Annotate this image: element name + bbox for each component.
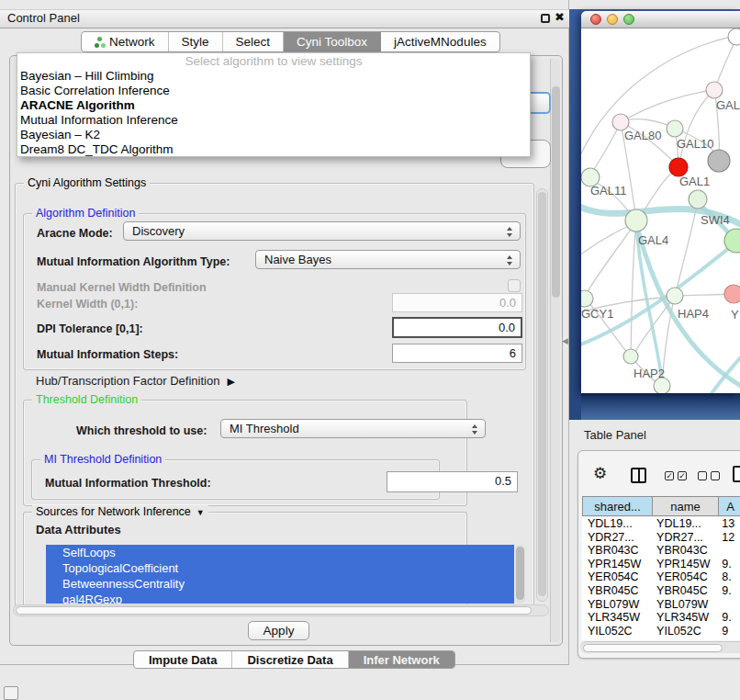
algorithm-option[interactable]: Dream8 DC_TDC Algorithm bbox=[17, 142, 530, 157]
table-cell: YIL052C bbox=[582, 625, 651, 638]
node-hap4[interactable] bbox=[667, 288, 683, 304]
tab-select[interactable]: Select bbox=[223, 32, 285, 51]
node-label-gal: GAL bbox=[716, 98, 740, 112]
kernel-width-input[interactable]: 0.0 bbox=[392, 293, 522, 312]
unchecked-checkbox-icon[interactable] bbox=[698, 471, 707, 480]
close-traffic-light-icon[interactable] bbox=[590, 14, 601, 25]
tab-discretize-data[interactable]: Discretize Data bbox=[232, 651, 348, 668]
node-swi4[interactable] bbox=[689, 190, 707, 209]
table-row[interactable]: YIL052CYIL052C9 bbox=[582, 625, 740, 638]
horizontal-scrollbar[interactable] bbox=[13, 604, 549, 616]
node-pink-top[interactable] bbox=[706, 82, 723, 98]
table-cell: YLR345W bbox=[582, 611, 651, 625]
attribute-item[interactable]: gal4RGexp bbox=[46, 592, 514, 604]
which-threshold-select[interactable]: MI Threshold bbox=[220, 419, 486, 438]
column-header[interactable]: name bbox=[653, 497, 719, 515]
tab-infer-network[interactable]: Infer Network bbox=[349, 651, 454, 668]
node-hap2[interactable] bbox=[623, 349, 638, 364]
tab-style[interactable]: Style bbox=[169, 32, 223, 51]
attributes-scrollbar[interactable] bbox=[515, 545, 525, 604]
algorithm-option[interactable]: Bayesian – K2 bbox=[17, 128, 530, 142]
mi-type-select[interactable]: Naive Bayes bbox=[255, 250, 521, 269]
split-pane-collapse-icon[interactable]: ◀ bbox=[562, 336, 568, 345]
network-canvas[interactable]: GALGAL80GAL10GAL1GAL11SWI4GAL4GCY1HAP4YH… bbox=[581, 28, 740, 393]
control-panel-titlebar bbox=[0, 9, 569, 28]
node-gcy1[interactable] bbox=[581, 290, 593, 307]
algorithm-option[interactable]: ARACNE Algorithm bbox=[17, 98, 530, 113]
tab-impute-data[interactable]: Impute Data bbox=[134, 651, 232, 668]
control-panel-title: Control Panel bbox=[7, 11, 80, 25]
hub-definition-expander[interactable]: Hub/Transcription Factor Definition▶ bbox=[36, 374, 235, 388]
network-edge[interactable] bbox=[590, 122, 621, 176]
tab-cyni-toolbox[interactable]: Cyni Toolbox bbox=[284, 32, 381, 51]
algorithm-option[interactable]: Mutual Information Inference bbox=[17, 113, 530, 128]
table-row[interactable]: YER054CYER054C8. bbox=[582, 570, 740, 584]
attribute-item[interactable]: BetweennessCentrality bbox=[46, 576, 514, 592]
stepper-icon bbox=[507, 226, 513, 238]
manual-kernel-checkbox[interactable] bbox=[508, 279, 521, 292]
checked-checkbox-icon[interactable]: ✓ bbox=[678, 471, 687, 480]
table-cell: YDR27... bbox=[651, 531, 716, 545]
mi-steps-input[interactable]: 6 bbox=[392, 344, 522, 363]
network-edge[interactable] bbox=[679, 90, 714, 164]
dpi-tolerance-input[interactable]: 0.0 bbox=[392, 317, 522, 338]
zoom-traffic-light-icon[interactable] bbox=[623, 14, 634, 25]
algorithm-option[interactable]: Bayesian – Hill Climbing bbox=[17, 69, 530, 84]
table-row[interactable]: YBR045CYBR045C9. bbox=[582, 584, 740, 598]
cyni-vertical-scrollbar[interactable] bbox=[536, 188, 548, 602]
table-row[interactable]: YPR145WYPR145W9. bbox=[582, 558, 740, 571]
node-label-gal4: GAL4 bbox=[638, 233, 668, 247]
unchecked-checkbox-icon[interactable] bbox=[711, 471, 720, 480]
table-row[interactable]: YBL079WYBL079W bbox=[582, 598, 740, 612]
algorithm-definition-title: Algorithm Definition bbox=[32, 207, 139, 220]
mi-threshold-label: Mutual Information Threshold: bbox=[45, 477, 211, 490]
aracne-mode-select[interactable]: Discovery bbox=[123, 221, 521, 241]
table-cell: YBL079W bbox=[582, 598, 651, 612]
float-window-icon[interactable] bbox=[541, 14, 550, 23]
minimize-traffic-light-icon[interactable] bbox=[607, 14, 618, 25]
tab-network[interactable]: Network bbox=[82, 32, 169, 51]
table-horizontal-scrollbar[interactable] bbox=[580, 641, 740, 653]
network-edge[interactable] bbox=[585, 221, 636, 297]
algorithm-option[interactable]: Basic Correlation Inference bbox=[17, 84, 530, 98]
apply-button[interactable]: Apply bbox=[248, 621, 309, 640]
attribute-item[interactable]: TopologicalCoefficient bbox=[46, 560, 514, 576]
mi-threshold-input[interactable]: 0.5 bbox=[387, 471, 518, 492]
column-header[interactable]: A bbox=[719, 497, 740, 515]
sources-title[interactable]: Sources for Network Inference▼ bbox=[32, 505, 208, 518]
data-attributes-list[interactable]: SelfLoopsTopologicalCoefficientBetweenne… bbox=[46, 545, 514, 604]
split-columns-icon[interactable] bbox=[631, 468, 646, 483]
control-panel-tabs: NetworkStyleSelectCyni ToolboxjActiveMNo… bbox=[81, 31, 500, 52]
stepper-icon bbox=[472, 423, 478, 435]
node-gal10[interactable] bbox=[667, 120, 683, 137]
attribute-item[interactable]: SelfLoops bbox=[46, 545, 514, 560]
network-edge[interactable] bbox=[631, 221, 636, 355]
table-row[interactable]: YBR043CYBR043C bbox=[582, 544, 740, 558]
dpi-tolerance-label: DPI Tolerance [0,1]: bbox=[37, 322, 143, 335]
checked-checkbox-icon[interactable]: ✓ bbox=[665, 471, 674, 480]
column-header[interactable]: shared... bbox=[583, 497, 653, 515]
document-icon[interactable] bbox=[733, 466, 740, 482]
node-label-hap2: HAP2 bbox=[633, 367, 665, 380]
collapse-arrow-icon: ▼ bbox=[196, 508, 205, 517]
tab-jactivemnodules[interactable]: jActiveMNodules bbox=[381, 32, 499, 51]
table-row[interactable]: YLR345WYLR345W9. bbox=[582, 611, 740, 625]
table-cell: 9. bbox=[716, 558, 740, 571]
node-red[interactable] bbox=[669, 158, 688, 176]
network-edge[interactable] bbox=[581, 223, 634, 258]
node-gal4[interactable] bbox=[625, 209, 647, 231]
node-gray[interactable] bbox=[708, 150, 730, 172]
panel-vertical-scrollbar[interactable] bbox=[550, 59, 560, 642]
threshold-definition-title: Threshold Definition bbox=[32, 393, 141, 406]
network-window-titlebar[interactable] bbox=[581, 11, 740, 28]
minimized-window-icon[interactable] bbox=[4, 686, 18, 700]
table-row[interactable]: YDL19...YDL19...13 bbox=[582, 517, 740, 531]
manual-kernel-label: Manual Kernel Width Definition bbox=[37, 281, 207, 294]
table-row[interactable]: YDR27...YDR27...12 bbox=[582, 531, 740, 545]
close-icon[interactable]: ✖ bbox=[555, 10, 565, 24]
network-view-window[interactable]: GALGAL80GAL10GAL1GAL11SWI4GAL4GCY1HAP4YH… bbox=[581, 11, 740, 393]
gear-icon[interactable]: ⚙ bbox=[593, 464, 607, 483]
node-salmon[interactable] bbox=[724, 285, 740, 303]
node-top-partial[interactable] bbox=[728, 28, 740, 45]
table-cell: YBL079W bbox=[651, 598, 716, 612]
